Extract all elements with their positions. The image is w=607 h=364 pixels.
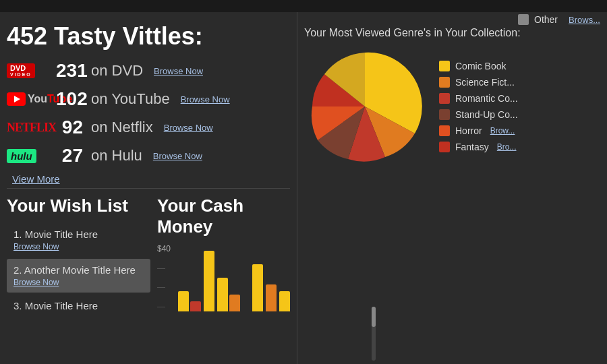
youtube-logo: YouTube	[7, 92, 51, 106]
bar-3b	[229, 295, 240, 311]
legend-standup: Stand-Up Co...	[439, 109, 518, 120]
left-panel: 452 Tasty Vittles: DVD VIDEO 231 on DVD …	[0, 12, 297, 364]
top-bar	[0, 0, 607, 12]
pie-chart	[304, 46, 426, 167]
legend-sci-fi: Science Fict...	[439, 77, 518, 88]
legend-label-standup: Stand-Up Co...	[455, 109, 518, 120]
bar-2	[204, 251, 214, 311]
dvd-browse[interactable]: Browse Now	[154, 66, 203, 76]
cash-money-title: Your Cash Money	[157, 195, 290, 237]
wish-item-1-title: Movie Title Here	[25, 229, 98, 240]
hulu-count: 27	[56, 145, 83, 166]
other-legend-color	[518, 14, 529, 25]
cash-money-section: Your Cash Money $40 — — —	[157, 195, 290, 319]
bar-group-1	[178, 291, 201, 311]
wish-item-2-title: Another Movie Title Here	[24, 264, 136, 276]
y-label-top: $40	[157, 244, 171, 253]
legend-comic-book: Comic Book	[439, 61, 518, 71]
legend-label-scifi: Science Fict...	[455, 77, 515, 88]
scroll-thumb	[372, 307, 376, 327]
dvd-logo: DVD VIDEO	[7, 63, 51, 78]
netflix-browse[interactable]: Browse Now	[164, 123, 213, 133]
bar-chart	[178, 244, 290, 311]
y-divider-3: —	[157, 302, 171, 311]
youtube-count: 102	[56, 88, 83, 110]
hulu-label: on Hulu	[91, 147, 142, 164]
legend-romantic: Romantic Co...	[439, 93, 518, 104]
youtube-row: YouTube 102 on YouTube Browse Now	[7, 88, 290, 110]
bar-6	[266, 284, 277, 311]
dvd-label: on DVD	[91, 62, 143, 80]
horror-browse[interactable]: Brow...	[490, 126, 515, 135]
legend-fantasy: Fantasy Bro...	[439, 142, 518, 152]
bar-group-2	[204, 251, 214, 311]
legend-color-fantasy	[439, 142, 450, 152]
legend-label-comic: Comic Book	[455, 61, 506, 71]
dvd-count: 231	[56, 60, 83, 82]
y-divider-2: —	[157, 282, 171, 292]
wish-list-title: Your Wish List	[7, 195, 150, 216]
bar-group-3	[217, 278, 240, 311]
netflix-logo: NETFLIX	[7, 121, 51, 135]
scroll-indicator[interactable]	[372, 307, 376, 361]
legend-label-fantasy: Fantasy	[455, 142, 489, 152]
netflix-label: on Netflix	[91, 119, 153, 136]
view-more-link[interactable]: View More	[12, 173, 290, 185]
wish-list: 1. Movie Title Here Browse Now 2. Anothe…	[7, 223, 150, 317]
wish-item-2-num: 2.	[13, 264, 24, 276]
bar-group-7	[279, 291, 290, 311]
fantasy-browse[interactable]: Bro...	[497, 142, 517, 152]
youtube-browse[interactable]: Browse Now	[181, 94, 230, 104]
wish-item-1: 1. Movie Title Here Browse Now	[7, 223, 150, 257]
legend-label-romantic: Romantic Co...	[455, 93, 518, 104]
genre-legend: Comic Book Science Fict... Romantic Co..…	[439, 61, 518, 152]
genre-section: Comic Book Science Fict... Romantic Co..…	[304, 46, 600, 167]
wish-item-1-num: 1.	[13, 229, 25, 240]
wish-item-2: 2. Another Movie Title Here Browse Now	[7, 259, 150, 293]
collection-title: 452 Tasty Vittles:	[7, 22, 290, 51]
netflix-count: 92	[56, 117, 83, 138]
hulu-logo: hulu	[7, 149, 51, 163]
wish-list-section: Your Wish List 1. Movie Title Here Brows…	[7, 195, 150, 319]
legend-label-horror: Horror	[455, 125, 482, 136]
legend-color-romantic	[439, 93, 450, 104]
y-divider-1: —	[157, 264, 171, 273]
bar-5	[252, 264, 263, 311]
wish-item-3-num: 3.	[13, 300, 25, 311]
wish-item-3: 3. Movie Title Here	[7, 295, 150, 317]
wish-item-3-title: Movie Title Here	[25, 300, 98, 311]
legend-horror: Horror Brow...	[439, 125, 518, 136]
bar-7	[279, 291, 290, 311]
bar-group-6	[266, 284, 277, 311]
hulu-browse[interactable]: Browse Now	[153, 151, 202, 161]
bar-1b	[190, 301, 201, 311]
legend-color-comic	[439, 61, 450, 71]
right-panel: Other Brows... Your Most Viewed Genre's …	[297, 12, 607, 364]
genre-title: Your Most Viewed Genre's in Your Collect…	[304, 27, 600, 39]
youtube-label: on YouTube	[91, 90, 170, 108]
bar-group-5	[252, 264, 263, 311]
youtube-icon	[7, 92, 26, 106]
legend-color-scifi	[439, 77, 450, 88]
legend-color-standup	[439, 109, 450, 120]
bottom-section: Your Wish List 1. Movie Title Here Brows…	[7, 188, 290, 319]
hulu-row: hulu 27 on Hulu Browse Now	[7, 145, 290, 166]
wish-item-2-browse[interactable]: Browse Now	[13, 278, 59, 287]
other-legend-label: Other	[534, 14, 558, 25]
legend-color-horror	[439, 125, 450, 136]
other-browse[interactable]: Brows...	[569, 15, 600, 25]
bar-1a	[178, 291, 189, 311]
bar-3a	[217, 278, 228, 311]
dvd-row: DVD VIDEO 231 on DVD Browse Now	[7, 60, 290, 82]
wish-item-1-browse[interactable]: Browse Now	[13, 242, 59, 251]
netflix-row: NETFLIX 92 on Netflix Browse Now	[7, 117, 290, 138]
